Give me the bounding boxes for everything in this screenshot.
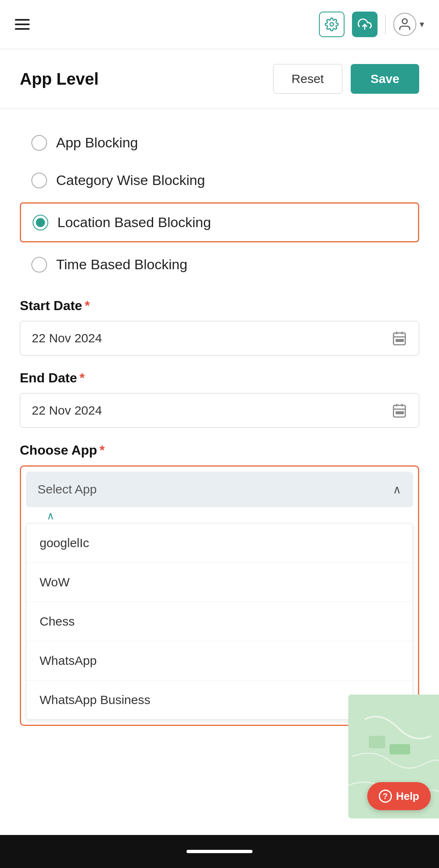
radio-circle-app-blocking bbox=[31, 135, 47, 151]
radio-label-category-wise: Category Wise Blocking bbox=[56, 172, 205, 188]
action-buttons: Reset Save bbox=[273, 64, 419, 94]
dropdown-item-2[interactable]: Chess bbox=[26, 602, 413, 641]
dropdown-item-0[interactable]: googlelIc bbox=[26, 524, 413, 563]
start-date-label: Start Date* bbox=[20, 298, 419, 313]
end-date-section: End Date* 22 Nov 2024 bbox=[20, 370, 419, 428]
start-date-input[interactable]: 22 Nov 2024 bbox=[20, 321, 419, 356]
svg-rect-15 bbox=[399, 412, 401, 414]
header-divider bbox=[385, 14, 386, 34]
radio-item-time-based[interactable]: Time Based Blocking bbox=[20, 246, 419, 283]
upload-button[interactable] bbox=[352, 12, 378, 37]
bottom-bar bbox=[0, 835, 439, 868]
svg-rect-19 bbox=[389, 744, 410, 754]
radio-item-location-based[interactable]: Location Based Blocking bbox=[20, 202, 419, 242]
svg-rect-14 bbox=[396, 412, 398, 414]
settings-button[interactable] bbox=[319, 12, 345, 37]
profile-chevron-icon: ▾ bbox=[420, 19, 424, 30]
calendar-icon-end bbox=[392, 403, 407, 418]
hamburger-menu-icon[interactable] bbox=[15, 19, 30, 30]
radio-label-time-based: Time Based Blocking bbox=[56, 256, 187, 273]
dropdown-item-1[interactable]: WoW bbox=[26, 563, 413, 602]
end-date-value: 22 Nov 2024 bbox=[32, 403, 102, 417]
start-date-value: 22 Nov 2024 bbox=[32, 331, 102, 345]
radio-label-app-blocking: App Blocking bbox=[56, 135, 138, 151]
radio-circle-location-based bbox=[33, 215, 48, 230]
radio-circle-time-based bbox=[31, 257, 47, 273]
end-date-label: End Date* bbox=[20, 370, 419, 386]
svg-rect-9 bbox=[401, 339, 404, 342]
start-date-required: * bbox=[85, 298, 90, 313]
radio-label-location-based: Location Based Blocking bbox=[57, 214, 211, 230]
profile-area[interactable]: ▾ bbox=[393, 13, 424, 36]
reset-button[interactable]: Reset bbox=[273, 64, 342, 94]
app-level-bar: App Level Reset Save bbox=[0, 49, 439, 109]
main-content: App Blocking Category Wise Blocking Loca… bbox=[0, 109, 439, 741]
svg-rect-18 bbox=[369, 736, 385, 748]
blocking-options-list: App Blocking Category Wise Blocking Loca… bbox=[20, 124, 419, 283]
svg-rect-10 bbox=[394, 405, 406, 417]
select-app-trigger[interactable]: Select App ∧ bbox=[26, 472, 413, 507]
choose-app-section: Choose App* Select App ∧ ∧ googlelIc WoW… bbox=[20, 443, 419, 726]
select-app-box: Select App ∧ ∧ googlelIc WoW Chess Whats… bbox=[20, 465, 419, 726]
dropdown-list-inner: googlelIc WoW Chess WhatsApp WhatsApp Bu… bbox=[26, 524, 413, 719]
app-dropdown-list: googlelIc WoW Chess WhatsApp WhatsApp Bu… bbox=[26, 523, 413, 720]
save-button[interactable]: Save bbox=[351, 64, 419, 94]
end-date-input[interactable]: 22 Nov 2024 bbox=[20, 393, 419, 428]
header: ▾ bbox=[0, 0, 439, 49]
radio-item-app-blocking[interactable]: App Blocking bbox=[20, 124, 419, 161]
dropdown-caret: ∧ bbox=[26, 510, 413, 522]
help-button[interactable]: ? Help bbox=[367, 782, 431, 810]
svg-rect-8 bbox=[399, 339, 401, 342]
start-date-section: Start Date* 22 Nov 2024 bbox=[20, 298, 419, 356]
select-app-chevron-icon: ∧ bbox=[393, 483, 401, 496]
home-indicator bbox=[186, 850, 253, 853]
choose-app-label: Choose App* bbox=[20, 443, 419, 458]
end-date-required: * bbox=[80, 370, 85, 385]
radio-circle-category-wise bbox=[31, 173, 47, 188]
avatar bbox=[393, 13, 416, 36]
svg-rect-16 bbox=[401, 412, 404, 414]
svg-point-0 bbox=[330, 23, 334, 26]
svg-rect-3 bbox=[394, 333, 406, 345]
svg-point-2 bbox=[402, 19, 407, 24]
dropdown-item-3[interactable]: WhatsApp bbox=[26, 641, 413, 681]
calendar-icon-start bbox=[392, 330, 407, 346]
select-app-placeholder: Select App bbox=[38, 482, 97, 496]
svg-rect-7 bbox=[396, 339, 398, 342]
radio-item-category-wise[interactable]: Category Wise Blocking bbox=[20, 161, 419, 199]
header-right: ▾ bbox=[319, 12, 424, 37]
choose-app-required: * bbox=[99, 443, 104, 458]
page-title: App Level bbox=[20, 70, 99, 88]
help-circle-icon: ? bbox=[379, 790, 392, 803]
help-label: Help bbox=[396, 790, 419, 803]
